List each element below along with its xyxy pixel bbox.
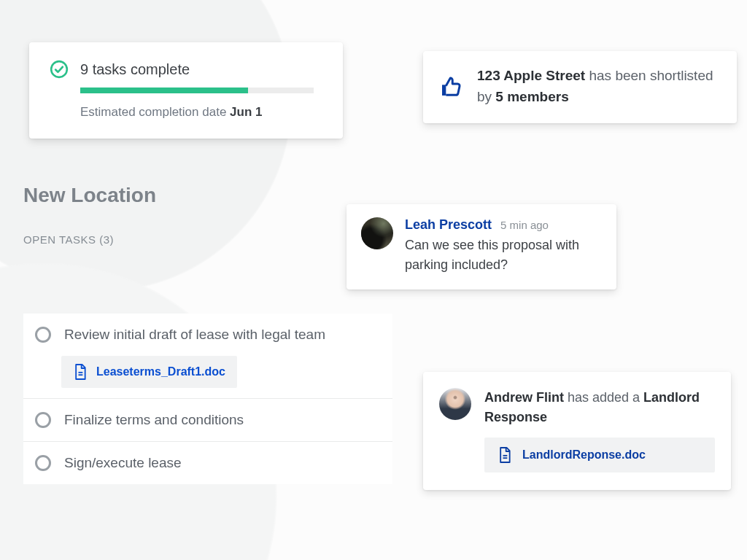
comment-body: Can we see this proposal with parking in…: [405, 236, 600, 275]
comment-time: 5 min ago: [500, 219, 549, 231]
check-circle-icon: [50, 60, 69, 79]
shortlist-notification: 123 Apple Street has been shortlisted by…: [423, 51, 737, 123]
file-name: Leaseterms_Draft1.doc: [96, 365, 225, 378]
file-name: LandlordReponse.doc: [522, 448, 646, 462]
progress-card: 9 tasks complete Estimated completion da…: [29, 42, 343, 139]
comment-author[interactable]: Leah Prescott: [405, 217, 492, 233]
document-icon: [498, 446, 512, 464]
open-tasks-label: OPEN TASKS (3): [23, 233, 114, 246]
landlord-response-card: Andrew Flint has added a Landlord Respon…: [423, 372, 731, 490]
avatar: [361, 217, 393, 249]
progress-bar-fill: [80, 88, 248, 93]
task-item[interactable]: Review initial draft of lease with legal…: [23, 314, 392, 356]
task-radio[interactable]: [35, 327, 51, 343]
task-label: Finalize terms and conditions: [64, 412, 244, 428]
progress-title: 9 tasks complete: [80, 61, 190, 78]
section-title: New Location: [23, 184, 156, 207]
avatar: [439, 388, 471, 420]
task-label: Sign/execute lease: [64, 455, 182, 471]
task-label: Review initial draft of lease with legal…: [64, 327, 325, 343]
file-chip[interactable]: LandlordReponse.doc: [484, 438, 715, 472]
landlord-text: Andrew Flint has added a Landlord Respon…: [484, 388, 715, 427]
file-chip[interactable]: Leaseterms_Draft1.doc: [61, 356, 237, 388]
task-radio[interactable]: [35, 412, 51, 428]
thumbs-up-icon: [439, 75, 462, 98]
progress-estimate: Estimated completion date Jun 1: [80, 105, 322, 120]
comment-card: Leah Prescott 5 min ago Can we see this …: [347, 204, 616, 289]
progress-bar: [80, 88, 314, 93]
document-icon: [73, 363, 88, 381]
task-list: Review initial draft of lease with legal…: [23, 314, 392, 484]
task-radio[interactable]: [35, 455, 51, 471]
task-item[interactable]: Sign/execute lease: [23, 441, 392, 484]
task-item[interactable]: Finalize terms and conditions: [23, 398, 392, 441]
svg-point-0: [51, 61, 67, 77]
shortlist-text: 123 Apple Street has been shortlisted by…: [477, 66, 719, 107]
